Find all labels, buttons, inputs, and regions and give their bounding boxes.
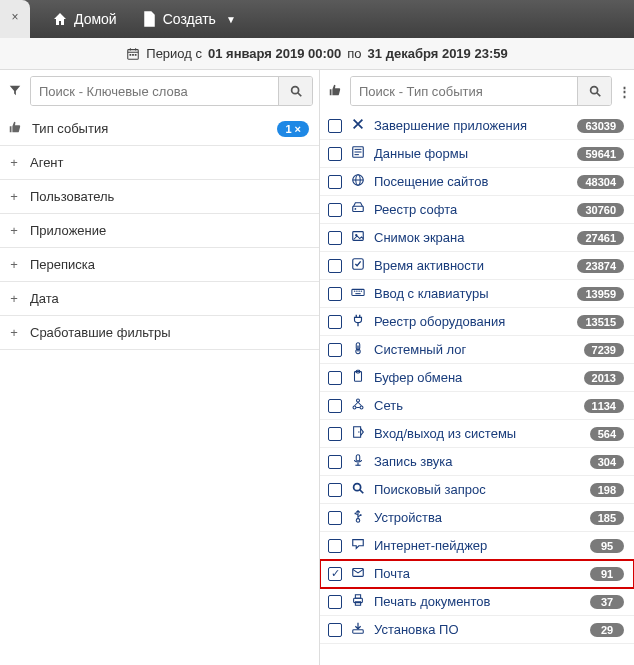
event-type-search-button[interactable] (577, 77, 611, 105)
event-type-row[interactable]: Запись звука304 (320, 448, 634, 476)
event-checkbox[interactable] (328, 455, 342, 469)
event-checkbox[interactable] (328, 483, 342, 497)
event-count-badge: 91 (590, 567, 624, 581)
event-checkbox[interactable] (328, 623, 342, 637)
event-checkbox[interactable] (328, 539, 342, 553)
filter-group-label: Пользователь (30, 189, 309, 204)
event-type-row[interactable]: Устройства185 (320, 504, 634, 532)
caret-down-icon: ▼ (226, 14, 236, 25)
keyword-search-input[interactable] (31, 77, 278, 105)
event-count-badge: 13959 (577, 287, 624, 301)
filter-groups: Тип события 1 × +Агент+Пользователь+Прил… (0, 112, 319, 350)
event-checkbox[interactable] (328, 203, 342, 217)
event-count-badge: 59641 (577, 147, 624, 161)
event-type-row[interactable]: Данные формы59641 (320, 140, 634, 168)
event-count-badge: 27461 (577, 231, 624, 245)
period-prefix: Период с (146, 46, 202, 61)
event-type-row[interactable]: Поисковый запрос198 (320, 476, 634, 504)
event-count-badge: 37 (590, 595, 624, 609)
filter-group[interactable]: +Сработавшие фильтры (0, 316, 319, 350)
check-icon (350, 257, 366, 274)
expand-icon: + (8, 156, 20, 169)
event-type-row[interactable]: Реестр оборудования13515 (320, 308, 634, 336)
event-label: Реестр оборудования (374, 314, 569, 329)
event-type-row[interactable]: Печать документов37 (320, 588, 634, 616)
event-type-row[interactable]: Системный лог7239 (320, 336, 634, 364)
filter-group[interactable]: +Пользователь (0, 180, 319, 214)
tab-close-button[interactable]: × (0, 0, 30, 38)
expand-icon: + (8, 326, 20, 339)
thumb-icon[interactable] (326, 83, 344, 100)
event-type-row[interactable]: Реестр софта30760 (320, 196, 634, 224)
event-type-row[interactable]: Ввод с клавиатуры13959 (320, 280, 634, 308)
period-from: 01 января 2019 00:00 (208, 46, 341, 61)
expand-icon: + (8, 292, 20, 305)
filters-panel: Тип события 1 × +Агент+Пользователь+Прил… (0, 70, 320, 665)
event-type-search-input[interactable] (351, 77, 577, 105)
event-checkbox[interactable] (328, 259, 342, 273)
event-checkbox[interactable] (328, 595, 342, 609)
event-type-row[interactable]: Завершение приложения63039 (320, 112, 634, 140)
create-label: Создать (163, 11, 216, 27)
install-icon (350, 621, 366, 638)
filter-group-event-type[interactable]: Тип события 1 × (0, 112, 319, 146)
plug-icon (350, 313, 366, 330)
search-icon (588, 84, 602, 98)
filter-group-label: Агент (30, 155, 309, 170)
event-checkbox[interactable] (328, 175, 342, 189)
expand-icon: + (8, 258, 20, 271)
filter-group[interactable]: +Дата (0, 282, 319, 316)
event-type-row[interactable]: Сеть1134 (320, 392, 634, 420)
filter-count-badge[interactable]: 1 × (277, 121, 309, 137)
keyword-search-button[interactable] (278, 77, 312, 105)
event-type-row[interactable]: Время активности23874 (320, 252, 634, 280)
door-icon (350, 425, 366, 442)
calendar-icon (126, 47, 140, 61)
event-label: Ввод с клавиатуры (374, 286, 569, 301)
event-checkbox[interactable] (328, 119, 342, 133)
event-checkbox[interactable] (328, 231, 342, 245)
event-type-row[interactable]: Установка ПО29 (320, 616, 634, 644)
event-checkbox[interactable] (328, 399, 342, 413)
event-checkbox[interactable] (328, 567, 342, 581)
filter-icon[interactable] (6, 83, 24, 100)
event-checkbox[interactable] (328, 147, 342, 161)
home-button[interactable]: Домой (40, 0, 129, 38)
filter-group[interactable]: +Переписка (0, 248, 319, 282)
network-icon (350, 397, 366, 414)
event-label: Установка ПО (374, 622, 582, 637)
event-type-row[interactable]: Посещение сайтов48304 (320, 168, 634, 196)
filter-group[interactable]: +Агент (0, 146, 319, 180)
event-label: Печать документов (374, 594, 582, 609)
keyboard-icon (350, 285, 366, 302)
event-checkbox[interactable] (328, 287, 342, 301)
expand-icon: + (8, 190, 20, 203)
create-button[interactable]: Создать ▼ (129, 0, 248, 38)
event-type-row[interactable]: Почта91 (320, 560, 634, 588)
clipboard-icon (350, 369, 366, 386)
event-count-badge: 63039 (577, 119, 624, 133)
event-checkbox[interactable] (328, 371, 342, 385)
home-icon (52, 11, 68, 27)
event-count-badge: 2013 (584, 371, 624, 385)
event-type-row[interactable]: Снимок экрана27461 (320, 224, 634, 252)
event-label: Сеть (374, 398, 576, 413)
event-count-badge: 1134 (584, 399, 624, 413)
filter-group[interactable]: +Приложение (0, 214, 319, 248)
filter-group-label: Тип события (32, 121, 267, 136)
event-count-badge: 48304 (577, 175, 624, 189)
event-checkbox[interactable] (328, 511, 342, 525)
event-label: Буфер обмена (374, 370, 576, 385)
search-icon (289, 84, 303, 98)
event-type-row[interactable]: Буфер обмена2013 (320, 364, 634, 392)
form-icon (350, 145, 366, 162)
event-checkbox[interactable] (328, 343, 342, 357)
event-type-row[interactable]: Вход/выход из системы564 (320, 420, 634, 448)
event-checkbox[interactable] (328, 427, 342, 441)
event-label: Поисковый запрос (374, 482, 582, 497)
event-count-badge: 7239 (584, 343, 624, 357)
event-checkbox[interactable] (328, 315, 342, 329)
period-mid: по (347, 46, 361, 61)
more-menu-button[interactable]: ⋮ (618, 84, 628, 99)
event-type-row[interactable]: Интернет-пейджер95 (320, 532, 634, 560)
